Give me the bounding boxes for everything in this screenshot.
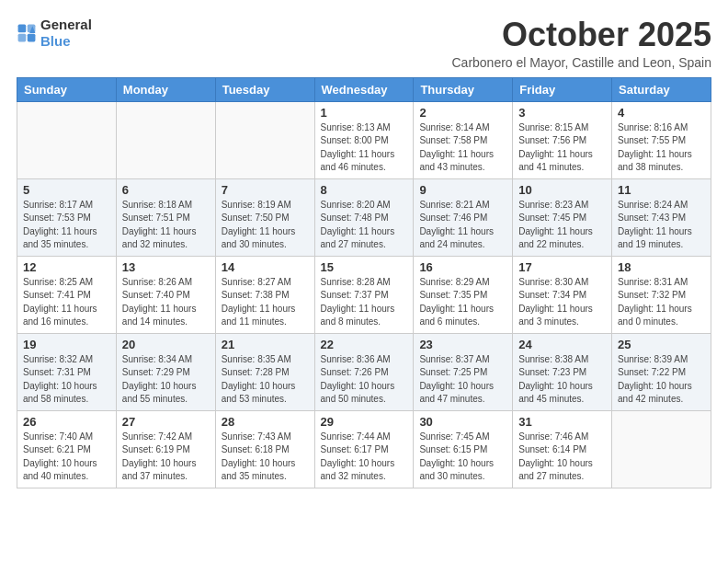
calendar-header-row: Sunday Monday Tuesday Wednesday Thursday… bbox=[17, 77, 711, 101]
day-number: 15 bbox=[321, 260, 408, 274]
logo-blue: Blue bbox=[40, 33, 71, 49]
day-info: Sunrise: 8:13 AM Sunset: 8:00 PM Dayligh… bbox=[321, 121, 408, 175]
logo-text: General Blue bbox=[40, 17, 92, 50]
day-info: Sunrise: 8:19 AM Sunset: 7:50 PM Dayligh… bbox=[222, 199, 309, 252]
day-info: Sunrise: 8:24 AM Sunset: 7:43 PM Dayligh… bbox=[618, 199, 705, 252]
calendar-cell: 1Sunrise: 8:13 AM Sunset: 8:00 PM Daylig… bbox=[314, 101, 414, 178]
calendar-cell: 29Sunrise: 7:44 AM Sunset: 6:17 PM Dayli… bbox=[314, 410, 414, 488]
day-number: 23 bbox=[419, 338, 506, 351]
col-tuesday: Tuesday bbox=[215, 77, 314, 101]
calendar-cell: 16Sunrise: 8:29 AM Sunset: 7:35 PM Dayli… bbox=[414, 256, 513, 333]
col-friday: Friday bbox=[513, 77, 612, 101]
col-saturday: Saturday bbox=[612, 77, 711, 101]
calendar-week-row: 5Sunrise: 8:17 AM Sunset: 7:53 PM Daylig… bbox=[17, 178, 711, 256]
calendar-cell: 31Sunrise: 7:46 AM Sunset: 6:14 PM Dayli… bbox=[513, 410, 612, 488]
calendar-week-row: 1Sunrise: 8:13 AM Sunset: 8:00 PM Daylig… bbox=[17, 101, 711, 178]
day-info: Sunrise: 8:15 AM Sunset: 7:56 PM Dayligh… bbox=[518, 121, 606, 175]
day-number: 24 bbox=[518, 338, 606, 351]
day-number: 31 bbox=[518, 415, 606, 429]
svg-rect-2 bbox=[18, 34, 27, 42]
svg-rect-0 bbox=[18, 25, 27, 33]
col-monday: Monday bbox=[116, 77, 215, 101]
day-info: Sunrise: 7:45 AM Sunset: 6:15 PM Dayligh… bbox=[419, 431, 506, 484]
logo-general: General bbox=[40, 17, 92, 32]
calendar-cell: 27Sunrise: 7:42 AM Sunset: 6:19 PM Dayli… bbox=[116, 410, 215, 488]
calendar-cell: 26Sunrise: 7:40 AM Sunset: 6:21 PM Dayli… bbox=[17, 410, 117, 488]
day-info: Sunrise: 8:28 AM Sunset: 7:37 PM Dayligh… bbox=[321, 276, 408, 329]
day-number: 14 bbox=[222, 260, 309, 274]
calendar-cell: 9Sunrise: 8:21 AM Sunset: 7:46 PM Daylig… bbox=[414, 178, 513, 256]
day-info: Sunrise: 7:40 AM Sunset: 6:21 PM Dayligh… bbox=[23, 431, 110, 484]
day-number: 29 bbox=[321, 415, 408, 429]
calendar-cell: 12Sunrise: 8:25 AM Sunset: 7:41 PM Dayli… bbox=[17, 256, 117, 333]
day-info: Sunrise: 8:34 AM Sunset: 7:29 PM Dayligh… bbox=[122, 353, 210, 407]
header: General Blue October 2025 Carbonero el M… bbox=[17, 17, 711, 70]
day-number: 2 bbox=[419, 106, 506, 120]
day-info: Sunrise: 8:35 AM Sunset: 7:28 PM Dayligh… bbox=[222, 353, 309, 407]
page: General Blue October 2025 Carbonero el M… bbox=[0, 0, 728, 563]
day-info: Sunrise: 8:36 AM Sunset: 7:26 PM Dayligh… bbox=[321, 353, 408, 407]
day-info: Sunrise: 8:20 AM Sunset: 7:48 PM Dayligh… bbox=[321, 199, 408, 252]
day-number: 22 bbox=[321, 338, 408, 351]
day-info: Sunrise: 7:42 AM Sunset: 6:19 PM Dayligh… bbox=[122, 431, 210, 484]
day-number: 4 bbox=[618, 106, 705, 120]
calendar-cell: 15Sunrise: 8:28 AM Sunset: 7:37 PM Dayli… bbox=[314, 256, 414, 333]
calendar-cell bbox=[17, 101, 117, 178]
calendar-cell: 22Sunrise: 8:36 AM Sunset: 7:26 PM Dayli… bbox=[314, 333, 414, 410]
day-number: 5 bbox=[23, 183, 110, 197]
day-number: 11 bbox=[618, 183, 705, 197]
day-number: 1 bbox=[321, 106, 408, 120]
calendar-cell: 17Sunrise: 8:30 AM Sunset: 7:34 PM Dayli… bbox=[513, 256, 612, 333]
day-number: 3 bbox=[518, 106, 606, 120]
day-info: Sunrise: 8:18 AM Sunset: 7:51 PM Dayligh… bbox=[122, 199, 210, 252]
calendar-cell: 5Sunrise: 8:17 AM Sunset: 7:53 PM Daylig… bbox=[17, 178, 117, 256]
col-sunday: Sunday bbox=[17, 77, 117, 101]
day-info: Sunrise: 8:29 AM Sunset: 7:35 PM Dayligh… bbox=[419, 276, 506, 329]
day-number: 30 bbox=[419, 415, 506, 429]
day-info: Sunrise: 8:26 AM Sunset: 7:40 PM Dayligh… bbox=[122, 276, 210, 329]
day-info: Sunrise: 8:17 AM Sunset: 7:53 PM Dayligh… bbox=[23, 199, 110, 252]
day-info: Sunrise: 8:37 AM Sunset: 7:25 PM Dayligh… bbox=[419, 353, 506, 407]
day-info: Sunrise: 8:27 AM Sunset: 7:38 PM Dayligh… bbox=[222, 276, 309, 329]
calendar-cell: 20Sunrise: 8:34 AM Sunset: 7:29 PM Dayli… bbox=[116, 333, 215, 410]
calendar-cell: 19Sunrise: 8:32 AM Sunset: 7:31 PM Dayli… bbox=[17, 333, 117, 410]
calendar-cell: 7Sunrise: 8:19 AM Sunset: 7:50 PM Daylig… bbox=[215, 178, 314, 256]
day-info: Sunrise: 7:43 AM Sunset: 6:18 PM Dayligh… bbox=[222, 431, 309, 484]
day-number: 25 bbox=[618, 338, 705, 351]
day-info: Sunrise: 8:31 AM Sunset: 7:32 PM Dayligh… bbox=[618, 276, 705, 329]
day-number: 17 bbox=[518, 260, 606, 274]
day-info: Sunrise: 8:39 AM Sunset: 7:22 PM Dayligh… bbox=[618, 353, 705, 407]
day-info: Sunrise: 7:46 AM Sunset: 6:14 PM Dayligh… bbox=[518, 431, 606, 484]
col-thursday: Thursday bbox=[414, 77, 513, 101]
calendar-cell: 21Sunrise: 8:35 AM Sunset: 7:28 PM Dayli… bbox=[215, 333, 314, 410]
day-number: 16 bbox=[419, 260, 506, 274]
calendar-week-row: 19Sunrise: 8:32 AM Sunset: 7:31 PM Dayli… bbox=[17, 333, 711, 410]
day-number: 10 bbox=[518, 183, 606, 197]
subtitle: Carbonero el Mayor, Castille and Leon, S… bbox=[451, 55, 711, 70]
calendar-cell: 23Sunrise: 8:37 AM Sunset: 7:25 PM Dayli… bbox=[414, 333, 513, 410]
calendar-cell: 25Sunrise: 8:39 AM Sunset: 7:22 PM Dayli… bbox=[612, 333, 711, 410]
day-number: 28 bbox=[222, 415, 309, 429]
day-info: Sunrise: 8:21 AM Sunset: 7:46 PM Dayligh… bbox=[419, 199, 506, 252]
calendar-cell bbox=[215, 101, 314, 178]
day-info: Sunrise: 8:16 AM Sunset: 7:55 PM Dayligh… bbox=[618, 121, 705, 175]
day-info: Sunrise: 8:38 AM Sunset: 7:23 PM Dayligh… bbox=[518, 353, 606, 407]
calendar-cell bbox=[116, 101, 215, 178]
calendar-cell: 2Sunrise: 8:14 AM Sunset: 7:58 PM Daylig… bbox=[414, 101, 513, 178]
day-number: 26 bbox=[23, 415, 110, 429]
day-info: Sunrise: 8:25 AM Sunset: 7:41 PM Dayligh… bbox=[23, 276, 110, 329]
calendar-cell: 18Sunrise: 8:31 AM Sunset: 7:32 PM Dayli… bbox=[612, 256, 711, 333]
title-block: October 2025 Carbonero el Mayor, Castill… bbox=[451, 17, 711, 70]
day-number: 9 bbox=[419, 183, 506, 197]
day-info: Sunrise: 7:44 AM Sunset: 6:17 PM Dayligh… bbox=[321, 431, 408, 484]
calendar-week-row: 12Sunrise: 8:25 AM Sunset: 7:41 PM Dayli… bbox=[17, 256, 711, 333]
calendar-cell: 24Sunrise: 8:38 AM Sunset: 7:23 PM Dayli… bbox=[513, 333, 612, 410]
calendar-cell: 14Sunrise: 8:27 AM Sunset: 7:38 PM Dayli… bbox=[215, 256, 314, 333]
day-number: 6 bbox=[122, 183, 210, 197]
calendar-cell: 28Sunrise: 7:43 AM Sunset: 6:18 PM Dayli… bbox=[215, 410, 314, 488]
month-title: October 2025 bbox=[451, 17, 711, 53]
calendar-cell: 3Sunrise: 8:15 AM Sunset: 7:56 PM Daylig… bbox=[513, 101, 612, 178]
calendar-cell: 10Sunrise: 8:23 AM Sunset: 7:45 PM Dayli… bbox=[513, 178, 612, 256]
day-number: 8 bbox=[321, 183, 408, 197]
calendar-cell: 6Sunrise: 8:18 AM Sunset: 7:51 PM Daylig… bbox=[116, 178, 215, 256]
